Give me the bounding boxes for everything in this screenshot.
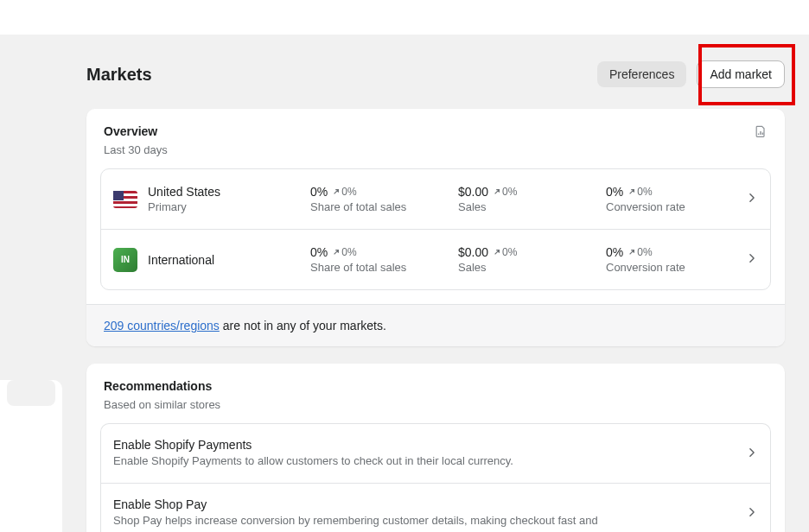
page-header: Markets Preferences Add market	[86, 60, 785, 88]
sales-change: 0%	[494, 186, 517, 198]
overview-footer: 209 countries/regions are not in any of …	[86, 304, 785, 346]
add-market-button[interactable]: Add market	[697, 60, 785, 88]
overview-title: Overview	[104, 124, 168, 138]
market-row-us[interactable]: United States Primary 0% 0% Share of tot…	[101, 169, 770, 229]
market-sub: Primary	[148, 200, 300, 213]
rec-desc: Shop Pay helps increase conversion by re…	[113, 513, 598, 529]
sidebar	[0, 380, 62, 532]
footer-suffix: are not in any of your markets.	[220, 319, 386, 332]
flag-us-icon	[113, 191, 137, 208]
chevron-right-icon	[746, 446, 758, 461]
market-name: International	[148, 253, 300, 267]
conv-change: 0%	[628, 186, 652, 198]
conv-label: Conversion rate	[606, 200, 736, 213]
sales-label: Sales	[458, 261, 596, 274]
share-value: 0%	[310, 245, 328, 259]
arrow-up-right-icon	[628, 188, 635, 195]
sales-value: $0.00	[458, 245, 488, 259]
page-title: Markets	[86, 65, 152, 85]
conv-change: 0%	[628, 246, 652, 258]
rec-desc: Enable Shopify Payments to allow custome…	[113, 453, 513, 469]
sales-change: 0%	[494, 246, 517, 258]
recommendations-subtitle: Based on similar stores	[104, 398, 220, 411]
arrow-up-right-icon	[333, 188, 340, 195]
rec-title: Enable Shop Pay	[113, 497, 598, 511]
chevron-right-icon	[746, 506, 758, 521]
arrow-up-right-icon	[333, 249, 340, 256]
recommendations-card: Recommendations Based on similar stores …	[86, 364, 785, 532]
sales-label: Sales	[458, 200, 596, 213]
conv-label: Conversion rate	[606, 261, 736, 274]
recommendation-row[interactable]: Enable Shopify Payments Enable Shopify P…	[101, 424, 770, 483]
sales-value: $0.00	[458, 185, 488, 199]
report-icon[interactable]	[754, 124, 768, 141]
market-name: United States	[148, 185, 300, 199]
arrow-up-right-icon	[494, 188, 500, 195]
overview-card: Overview Last 30 days United States	[86, 109, 785, 346]
recommendations-title: Recommendations	[104, 379, 220, 393]
flag-international-icon: IN	[113, 248, 137, 272]
arrow-up-right-icon	[628, 249, 635, 256]
share-change: 0%	[333, 186, 356, 198]
chevron-right-icon	[746, 192, 758, 206]
share-change: 0%	[333, 246, 356, 258]
market-row-international[interactable]: IN International 0% 0% Share of total sa	[101, 229, 770, 289]
share-label: Share of total sales	[310, 261, 448, 274]
arrow-up-right-icon	[494, 249, 500, 256]
share-label: Share of total sales	[310, 200, 448, 213]
preferences-button[interactable]: Preferences	[597, 61, 686, 87]
countries-link[interactable]: 209 countries/regions	[104, 319, 220, 332]
sidebar-item[interactable]	[7, 380, 55, 406]
recommendation-row[interactable]: Enable Shop Pay Shop Pay helps increase …	[101, 483, 770, 532]
conv-value: 0%	[606, 245, 623, 259]
overview-subtitle: Last 30 days	[104, 143, 168, 156]
chevron-right-icon	[746, 252, 758, 267]
conv-value: 0%	[606, 185, 623, 199]
share-value: 0%	[310, 185, 328, 199]
rec-title: Enable Shopify Payments	[113, 438, 513, 452]
